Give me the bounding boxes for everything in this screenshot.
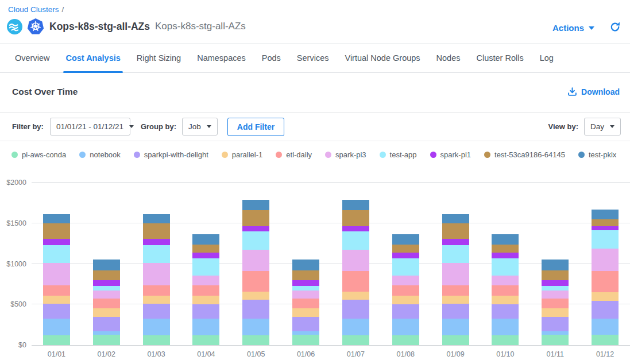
y-axis-tick: $1000	[0, 260, 26, 268]
bar-segment-spark-pi3	[242, 250, 269, 272]
bar-group-01-09	[431, 183, 481, 345]
tab-overview[interactable]: Overview	[7, 44, 57, 72]
bar-segment-spark-pi3	[542, 291, 569, 299]
download-button[interactable]: Download	[567, 87, 620, 96]
chevron-down-icon	[589, 26, 594, 30]
legend-dot-icon	[11, 152, 18, 158]
chart-plot-area	[32, 183, 630, 346]
legend-label: spark-pi3	[335, 150, 366, 159]
bar-group-01-12	[580, 183, 630, 345]
legend-item-test-pkix[interactable]: test-pkix	[578, 150, 616, 159]
bar-segment-sparkpi-with-delight	[192, 304, 219, 319]
legend-label: sparkpi-with-delight	[144, 150, 208, 159]
legend-item-test-53ca9186-64145[interactable]: test-53ca9186-64145	[484, 150, 565, 159]
chart-x-axis: 01/0101/0201/0301/0401/0501/0601/0701/08…	[32, 350, 630, 358]
download-icon	[567, 87, 577, 96]
bar-group-01-02	[82, 183, 132, 345]
gridline	[32, 182, 630, 183]
bar-group-01-08	[381, 183, 431, 345]
legend-item-etl-daily[interactable]: etl-daily	[276, 150, 312, 159]
bar-segment-pi-aws-conda	[392, 335, 419, 345]
bar-segment-etl-daily	[292, 299, 319, 309]
bar-segment-notebook	[192, 319, 219, 335]
bar-segment-spark-pi1	[143, 239, 170, 245]
date-range-value: 01/01/21 - 01/12/21	[56, 122, 123, 131]
bar-segment-sparkpi-with-delight	[342, 300, 369, 319]
cost-over-time-section-header: Cost Over Time Download	[0, 73, 630, 113]
legend-item-test-app[interactable]: test-app	[380, 150, 417, 159]
date-range-select[interactable]: 01/01/21 - 01/12/21	[50, 118, 130, 135]
bar-segment-etl-daily	[143, 285, 170, 296]
actions-button[interactable]: Actions	[552, 23, 594, 33]
chart-legend: pi-aws-condanotebooksparkpi-with-delight…	[0, 142, 630, 168]
tab-cluster-rolls[interactable]: Cluster Rolls	[469, 44, 532, 72]
bar-segment-test-53ca9186-64145	[542, 270, 569, 280]
x-axis-tick: 01/03	[132, 350, 181, 358]
legend-item-parallel-1[interactable]: parallel-1	[222, 150, 262, 159]
cluster-header: Kops-k8s-stg-all-AZs Kops-k8s-stg-all-AZ…	[7, 18, 246, 35]
bar-segment-spark-pi3	[592, 249, 619, 270]
legend-item-spark-pi3[interactable]: spark-pi3	[325, 150, 366, 159]
bar-segment-spark-pi1	[93, 280, 120, 286]
bar-segment-spark-pi1	[542, 280, 569, 286]
stacked-bar	[492, 234, 519, 345]
legend-label: etl-daily	[286, 150, 312, 159]
legend-label: notebook	[90, 150, 121, 159]
bar-segment-etl-daily	[192, 285, 219, 296]
legend-dot-icon	[578, 152, 585, 158]
refresh-button[interactable]	[609, 21, 621, 35]
bar-segment-spark-pi1	[492, 253, 519, 258]
bar-group-01-01	[32, 183, 82, 345]
tab-log[interactable]: Log	[532, 44, 562, 72]
filter-by-label: Filter by:	[12, 122, 44, 131]
bar-segment-test-app	[592, 230, 619, 249]
bar-segment-pi-aws-conda	[292, 335, 319, 345]
breadcrumb-cloud-clusters-link[interactable]: Cloud Clusters	[8, 5, 59, 14]
tab-virtual-node-groups[interactable]: Virtual Node Groups	[337, 44, 428, 72]
legend-dot-icon	[325, 152, 331, 158]
bar-segment-pi-aws-conda	[43, 335, 70, 345]
bar-segment-test-app	[392, 258, 419, 276]
legend-item-pi-aws-conda[interactable]: pi-aws-conda	[11, 150, 66, 159]
refresh-icon	[609, 21, 621, 33]
section-title: Cost Over Time	[12, 87, 78, 97]
bar-segment-spark-pi1	[242, 226, 269, 231]
bar-segment-test-pkix	[43, 214, 70, 223]
tab-right-sizing[interactable]: Right Sizing	[129, 44, 189, 72]
legend-item-sparkpi-with-delight[interactable]: sparkpi-with-delight	[134, 150, 208, 159]
x-axis-tick: 01/08	[381, 350, 431, 358]
bar-segment-pi-aws-conda	[592, 335, 619, 345]
group-by-select[interactable]: Job	[182, 118, 218, 135]
bar-segment-spark-pi3	[43, 263, 70, 285]
stacked-bar	[292, 260, 319, 345]
bar-group-01-03	[132, 183, 181, 345]
kubernetes-icon	[27, 18, 44, 35]
bar-segment-parallel-1	[43, 296, 70, 304]
group-by-value: Job	[188, 122, 201, 131]
legend-item-spark-pi1[interactable]: spark-pi1	[430, 150, 471, 159]
y-axis-tick: $1500	[0, 219, 26, 227]
tab-cost-analysis[interactable]: Cost Analysis	[57, 44, 128, 72]
tab-nodes[interactable]: Nodes	[428, 44, 469, 72]
x-axis-tick: 01/01	[32, 350, 82, 358]
bar-segment-notebook	[342, 319, 369, 335]
tab-pods[interactable]: Pods	[254, 44, 289, 72]
legend-label: test-53ca9186-64145	[494, 150, 565, 159]
bar-segment-spark-pi3	[143, 263, 170, 285]
legend-label: test-app	[390, 150, 417, 159]
bar-segment-test-pkix	[143, 214, 170, 223]
bar-segment-test-app	[43, 245, 70, 263]
bar-segment-notebook	[442, 319, 469, 335]
bar-segment-pi-aws-conda	[143, 335, 170, 345]
bar-segment-parallel-1	[492, 296, 519, 304]
tab-namespaces[interactable]: Namespaces	[189, 44, 254, 72]
legend-item-notebook[interactable]: notebook	[79, 150, 121, 159]
bar-segment-pi-aws-conda	[192, 335, 219, 345]
legend-label: pi-aws-conda	[22, 150, 66, 159]
tab-services[interactable]: Services	[289, 44, 337, 72]
add-filter-button[interactable]: Add Filter	[227, 118, 284, 136]
bar-segment-sparkpi-with-delight	[93, 317, 120, 331]
bar-segment-test-pkix	[542, 260, 569, 270]
x-axis-tick: 01/05	[231, 350, 281, 358]
view-by-select[interactable]: Day	[584, 118, 621, 135]
